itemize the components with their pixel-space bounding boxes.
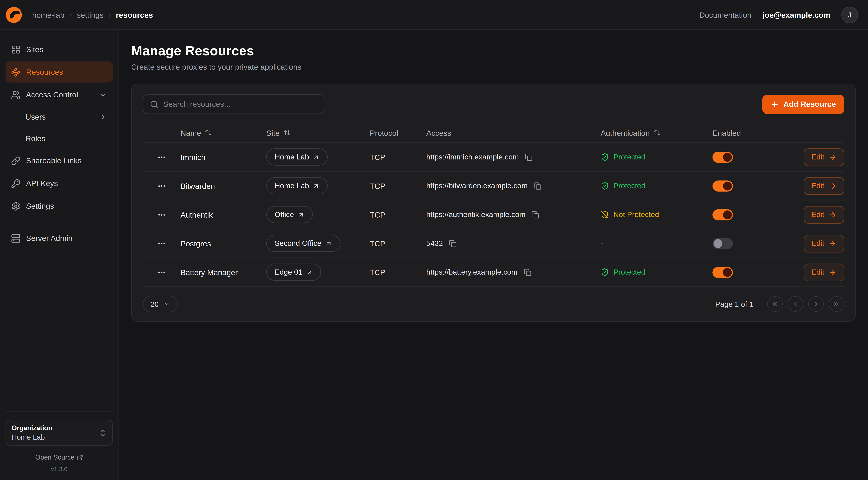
ellipsis-icon: [157, 153, 166, 161]
access-value: 5432: [426, 239, 443, 248]
page-title: Manage Resources: [131, 43, 856, 59]
add-resource-button[interactable]: Add Resource: [762, 94, 844, 114]
external-link-icon: [77, 454, 83, 460]
site-link-button[interactable]: Second Office: [266, 235, 340, 252]
sidebar-item-api-keys[interactable]: API Keys: [6, 173, 113, 194]
column-header-site[interactable]: Site: [266, 128, 370, 137]
grid-icon: [11, 44, 21, 54]
sidebar-item-settings[interactable]: Settings: [6, 196, 113, 216]
copy-button[interactable]: [522, 267, 532, 277]
auth-label: Protected: [613, 153, 645, 161]
column-header-authentication[interactable]: Authentication: [600, 128, 712, 137]
chevrons-left-icon: [771, 300, 779, 308]
organization-picker[interactable]: Organization Home Lab: [6, 420, 113, 446]
arrow-up-right-icon: [313, 182, 319, 189]
user-email[interactable]: joe@example.com: [763, 10, 830, 19]
arrow-right-icon: [829, 268, 837, 276]
edit-button[interactable]: Edit: [804, 177, 844, 194]
column-label: Access: [426, 128, 451, 137]
copy-button[interactable]: [524, 152, 534, 162]
enabled-toggle[interactable]: [712, 267, 733, 278]
access-value: https://immich.example.com: [426, 153, 519, 161]
avatar[interactable]: J: [841, 6, 858, 23]
breadcrumb-settings[interactable]: settings: [77, 10, 103, 19]
page-info: Page 1 of 1: [715, 300, 753, 308]
sidebar-item-sites[interactable]: Sites: [6, 39, 113, 60]
ellipsis-icon: [157, 239, 166, 248]
ellipsis-icon: [157, 181, 166, 190]
users-icon: [11, 90, 21, 99]
sidebar-item-label: API Keys: [26, 179, 58, 188]
resources-table: Name Site Protocol Access: [143, 123, 844, 287]
sidebar-item-users[interactable]: Users: [6, 107, 113, 127]
topbar-right: Documentation joe@example.com J: [700, 6, 858, 23]
copy-icon: [534, 182, 541, 190]
column-header-name[interactable]: Name: [180, 128, 266, 137]
site-name: Edge 01: [275, 268, 302, 276]
sidebar-item-label: Server Admin: [26, 234, 72, 243]
table-row: Immich Home Lab TCP https://immich.examp…: [143, 143, 844, 172]
sidebar-item-shareable-links[interactable]: Shareable Links: [6, 150, 113, 171]
site-link-button[interactable]: Edge 01: [266, 264, 321, 281]
sidebar: Sites Resources Access Control Users Rol…: [0, 30, 119, 480]
breadcrumb-org[interactable]: home-lab: [32, 10, 64, 19]
access-value: https://authentik.example.com: [426, 210, 526, 219]
row-menu-button[interactable]: [155, 265, 169, 279]
column-label: Site: [266, 128, 280, 137]
enabled-toggle[interactable]: [712, 180, 733, 191]
last-page-button[interactable]: [829, 296, 844, 312]
app-logo-icon[interactable]: [4, 5, 23, 24]
edit-button[interactable]: Edit: [804, 263, 844, 281]
open-source-link[interactable]: Open Source: [6, 454, 113, 461]
sidebar-divider: [7, 222, 112, 223]
breadcrumb-separator: ›: [108, 10, 111, 19]
resource-name: Postgres: [180, 239, 266, 248]
next-page-button[interactable]: [808, 296, 824, 312]
sidebar-item-label: Resources: [26, 67, 63, 77]
enabled-toggle[interactable]: [712, 151, 733, 162]
first-page-button[interactable]: [767, 296, 783, 312]
chevron-left-icon: [792, 300, 799, 308]
sidebar-item-access-control[interactable]: Access Control: [6, 84, 113, 105]
site-link-button[interactable]: Home Lab: [266, 177, 328, 194]
search-input[interactable]: [163, 100, 317, 109]
edit-button[interactable]: Edit: [804, 235, 844, 252]
enabled-toggle[interactable]: [712, 209, 733, 220]
table-body: Immich Home Lab TCP https://immich.examp…: [143, 143, 844, 287]
resource-name: Bitwarden: [180, 181, 266, 190]
enabled-toggle[interactable]: [712, 238, 733, 249]
copy-button[interactable]: [530, 210, 540, 219]
sidebar-item-resources[interactable]: Resources: [6, 62, 113, 83]
chevron-right-icon: [99, 113, 107, 121]
site-link-button[interactable]: Office: [266, 206, 313, 223]
documentation-link[interactable]: Documentation: [700, 10, 751, 19]
ellipsis-icon: [157, 210, 166, 219]
arrow-right-icon: [829, 239, 837, 247]
gear-icon: [11, 201, 21, 211]
row-menu-button[interactable]: [155, 179, 169, 193]
sidebar-item-server-admin[interactable]: Server Admin: [6, 228, 113, 248]
search-box: [143, 94, 324, 114]
auth-label: Protected: [613, 182, 645, 190]
sidebar-item-label: Settings: [26, 202, 54, 210]
arrow-up-right-icon: [313, 154, 319, 160]
protocol-value: TCP: [370, 239, 426, 248]
row-menu-button[interactable]: [155, 236, 169, 251]
edit-button[interactable]: Edit: [804, 206, 844, 223]
shield-check-icon: [600, 182, 609, 190]
copy-button[interactable]: [532, 181, 542, 191]
copy-button[interactable]: [448, 238, 458, 248]
prev-page-button[interactable]: [788, 296, 803, 312]
row-menu-button[interactable]: [155, 150, 169, 164]
table-header: Name Site Protocol Access: [143, 123, 844, 143]
page-size-select[interactable]: 20: [143, 296, 178, 312]
resource-name: Authentik: [180, 210, 266, 219]
auth-status: Protected: [600, 182, 712, 190]
sidebar-item-label: Access Control: [26, 90, 78, 99]
site-name: Office: [275, 210, 294, 219]
edit-button[interactable]: Edit: [804, 148, 844, 166]
row-menu-button[interactable]: [155, 207, 169, 222]
shield-check-icon: [600, 268, 609, 276]
sidebar-item-roles[interactable]: Roles: [6, 128, 113, 148]
site-link-button[interactable]: Home Lab: [266, 148, 328, 166]
